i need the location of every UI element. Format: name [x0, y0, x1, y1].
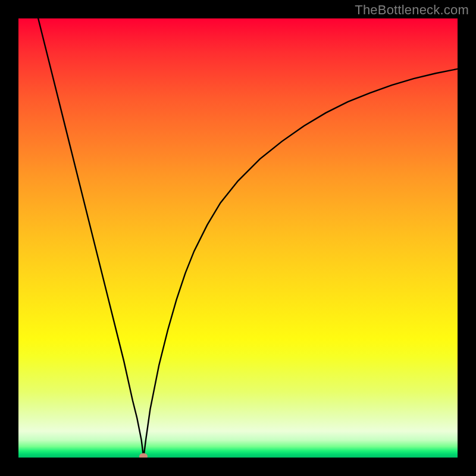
plot-area: [18, 18, 458, 458]
curve-path: [38, 18, 458, 458]
chart-frame: TheBottleneck.com: [0, 0, 476, 476]
min-marker-icon: [139, 453, 148, 458]
bottleneck-curve: [18, 18, 458, 458]
watermark-text: TheBottleneck.com: [355, 2, 469, 18]
